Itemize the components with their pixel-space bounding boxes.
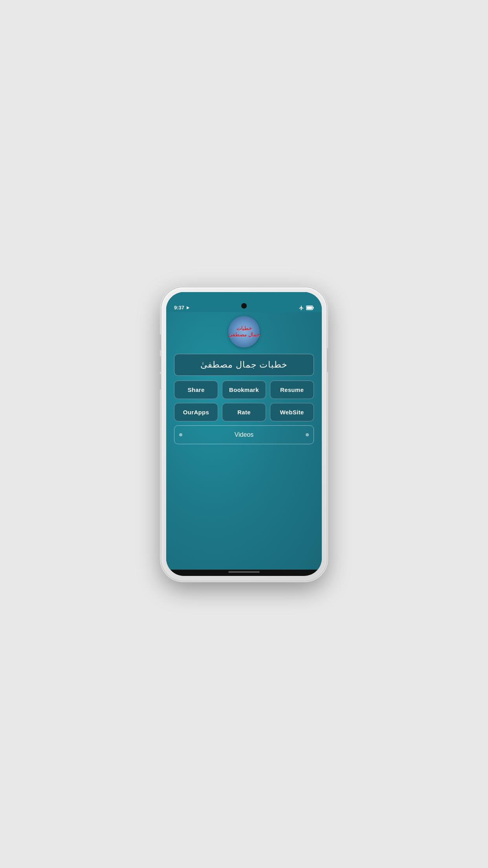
logo-container: خطبات جمال مصطفیٰ bbox=[228, 316, 260, 348]
status-time: 9:37 bbox=[174, 305, 190, 311]
videos-button[interactable]: Videos bbox=[174, 425, 314, 444]
website-button[interactable]: WebSite bbox=[270, 403, 314, 421]
action-row-1: Share Bookmark Resume bbox=[174, 381, 314, 399]
battery-icon bbox=[306, 305, 314, 310]
status-icons bbox=[299, 305, 314, 311]
home-indicator-area bbox=[166, 570, 322, 576]
phone-frame: 9:37 bbox=[161, 287, 327, 581]
logo-urdu-text: خطبات جمال مصطفیٰ bbox=[228, 326, 259, 338]
title-button[interactable]: خطبات جمال مصطفیٰ bbox=[174, 354, 314, 376]
resume-button[interactable]: Resume bbox=[270, 381, 314, 399]
airplane-icon bbox=[299, 305, 304, 311]
svg-rect-2 bbox=[313, 307, 314, 309]
app-content: خطبات جمال مصطفیٰ خطبات جمال مصطفیٰ Shar… bbox=[166, 312, 322, 570]
phone-screen: 9:37 bbox=[166, 292, 322, 576]
bookmark-button[interactable]: Bookmark bbox=[222, 381, 266, 399]
time-display: 9:37 bbox=[174, 305, 184, 311]
action-row-2: OurApps Rate WebSite bbox=[174, 403, 314, 421]
ourapps-button[interactable]: OurApps bbox=[174, 403, 218, 421]
home-bar bbox=[228, 571, 260, 573]
share-button[interactable]: Share bbox=[174, 381, 218, 399]
app-logo: خطبات جمال مصطفیٰ bbox=[228, 316, 260, 348]
play-status-icon bbox=[186, 306, 190, 310]
app-screen: 9:37 bbox=[166, 292, 322, 576]
rate-button[interactable]: Rate bbox=[222, 403, 266, 421]
svg-rect-3 bbox=[307, 306, 312, 309]
front-camera-notch bbox=[241, 303, 247, 309]
status-bar: 9:37 bbox=[166, 292, 322, 312]
svg-marker-0 bbox=[187, 306, 189, 309]
videos-label: Videos bbox=[235, 431, 254, 438]
